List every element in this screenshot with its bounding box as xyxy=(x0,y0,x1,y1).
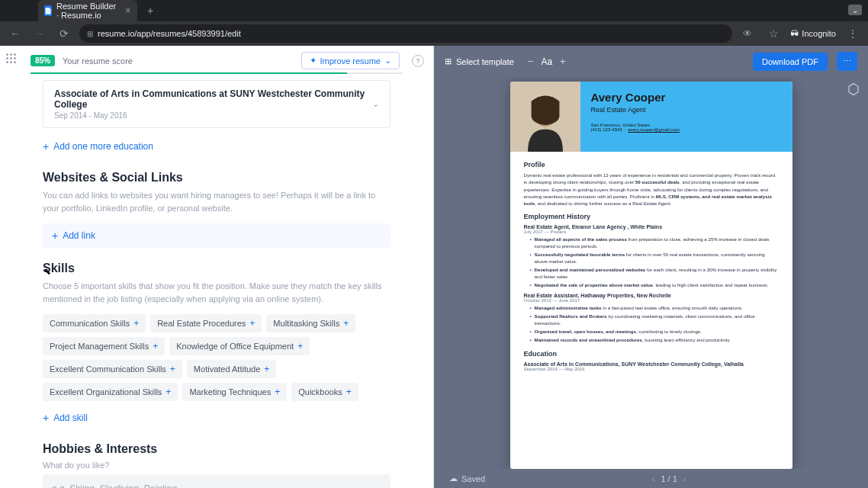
plus-icon: + xyxy=(249,318,255,329)
plus-icon: + xyxy=(343,318,349,329)
add-link-button[interactable]: + Add link xyxy=(43,223,391,248)
skills-section-title: Skills xyxy=(43,262,391,275)
plus-icon: + xyxy=(275,387,280,397)
add-education-button[interactable]: + Add one more education xyxy=(43,136,391,157)
forward-button[interactable]: → xyxy=(31,24,49,43)
job-bullet: Organized travel, open houses, and meeti… xyxy=(530,329,779,336)
skill-chip[interactable]: Quickbooks+ xyxy=(291,383,358,401)
profile-heading: Profile xyxy=(524,161,779,169)
back-button[interactable]: ← xyxy=(6,24,24,43)
skill-chip[interactable]: Knowledge of Office Equipment+ xyxy=(169,337,310,355)
address-bar[interactable]: ⊞ resume.io/app/resumes/45893991/edit xyxy=(79,24,732,43)
browser-menu-icon[interactable]: ⋮ xyxy=(844,24,862,43)
chevron-down-icon[interactable]: ⌄ xyxy=(372,99,379,109)
resume-name: Avery Cooper xyxy=(591,91,782,104)
resume-contact: San Francisco, United States (415) 123-4… xyxy=(591,123,782,132)
help-icon[interactable]: ? xyxy=(412,55,424,67)
score-progress xyxy=(31,72,403,74)
skill-chip[interactable]: Real Estate Procedures+ xyxy=(150,314,262,332)
score-label: Your resume score xyxy=(63,56,133,66)
page-indicator: 1 / 1 xyxy=(661,474,677,483)
skill-chip[interactable]: Excellent Communication Skills+ xyxy=(43,360,182,378)
skill-chip[interactable]: Communication Skills+ xyxy=(43,314,146,332)
hex-icon[interactable] xyxy=(847,82,860,96)
bookmark-icon[interactable]: ☆ xyxy=(764,24,783,43)
skill-chip[interactable]: Excellent Organizational Skills+ xyxy=(43,383,178,401)
cloud-icon: ☁ xyxy=(449,474,458,483)
job-bullet: Managed administrative tasks in a fast-p… xyxy=(530,305,779,312)
zoom-in-button[interactable]: + xyxy=(560,56,566,67)
plus-icon: + xyxy=(264,364,269,374)
websites-section-desc: You can add links to websites you want h… xyxy=(43,189,391,214)
resume-role: Real Estate Agent xyxy=(591,106,782,114)
hobbies-hint: What do you like? xyxy=(43,461,391,470)
plus-icon: + xyxy=(43,412,49,424)
employment-heading: Employment History xyxy=(524,213,779,220)
education-card[interactable]: Associate of Arts in Communications at S… xyxy=(43,80,391,128)
hobbies-section-title: Hobbies & Interests xyxy=(43,442,391,456)
prev-page-button[interactable]: ‹ xyxy=(652,474,655,483)
window-caret[interactable]: ⌄ xyxy=(848,5,862,15)
improve-resume-button[interactable]: ✦ Improve resume ⌄ xyxy=(301,52,400,69)
education-title: Associate of Arts in Communications at S… xyxy=(54,88,372,110)
job-bullet: Managed all aspects of the sales process… xyxy=(530,236,779,250)
text-size-icon: Aa xyxy=(541,56,552,67)
more-options-button[interactable]: ⋯ xyxy=(837,52,857,71)
job-bullet: Negotiated the sale of properties above … xyxy=(530,282,779,289)
grid-icon: ⊞ xyxy=(445,56,452,66)
education-dates: Sep 2014 - May 2016 xyxy=(54,111,372,120)
job-dates: July 2017 — Present xyxy=(524,230,779,234)
eye-icon[interactable]: 👁 xyxy=(738,24,757,43)
plus-icon: + xyxy=(297,341,303,352)
incognito-badge: 🕶 Incognito xyxy=(790,29,836,38)
add-skill-button[interactable]: + Add skill xyxy=(43,407,391,429)
education-heading: Education xyxy=(524,350,779,358)
hobbies-input[interactable]: e.g. Skiing, Skydiving, Painting xyxy=(43,474,391,488)
job-bullets: Managed all aspects of the sales process… xyxy=(524,236,779,289)
education-item-dates: September 2014 — May 2016 xyxy=(524,367,779,371)
resume-photo xyxy=(510,82,580,152)
sparkle-icon: ✦ xyxy=(310,56,317,66)
job-bullets: Managed administrative tasks in a fast-p… xyxy=(524,305,779,344)
incognito-icon: 🕶 xyxy=(790,29,799,38)
websites-section-title: Websites & Social Links xyxy=(43,171,391,185)
job-bullet: Developed and maintained personalized we… xyxy=(530,267,779,281)
score-pill: 85% xyxy=(31,55,55,66)
new-tab-button[interactable]: + xyxy=(142,2,159,19)
job-bullet: Successfully negotiated favorable terms … xyxy=(530,252,779,265)
saved-status: ☁ Saved xyxy=(449,474,485,483)
browser-tab[interactable]: 📄 Resume Builder · Resume.io × xyxy=(38,0,137,21)
chevron-down-icon: ⌄ xyxy=(384,56,391,66)
reload-button[interactable]: ⟳ xyxy=(55,24,73,43)
site-info-icon[interactable]: ⊞ xyxy=(87,30,93,38)
job-title: Real Estate Agent, Eleanor Lane Agency ,… xyxy=(524,224,779,230)
download-pdf-button[interactable]: Download PDF xyxy=(753,53,828,71)
job-dates: October 2012 — June 2017 xyxy=(524,298,779,303)
select-template-button[interactable]: ⊞ Select template xyxy=(445,56,514,66)
zoom-out-button[interactable]: − xyxy=(528,56,534,67)
plus-icon: + xyxy=(153,341,158,352)
pager: ‹ 1 / 1 › xyxy=(652,474,686,483)
plus-icon: + xyxy=(346,387,352,397)
next-page-button[interactable]: › xyxy=(683,474,686,483)
plus-icon: + xyxy=(166,387,171,397)
favicon-icon: 📄 xyxy=(44,5,52,16)
plus-icon: + xyxy=(133,318,139,329)
resume-preview: Avery Cooper Real Estate Agent San Franc… xyxy=(510,82,792,469)
job-bullet: Supported Realtors and Brokers by coordi… xyxy=(530,313,779,327)
skill-chip[interactable]: Project Management Skills+ xyxy=(43,337,165,355)
close-tab-icon[interactable]: × xyxy=(125,5,131,16)
plus-icon: + xyxy=(43,140,49,152)
plus-icon: + xyxy=(52,230,58,242)
education-item: Associate of Arts in Communications, SUN… xyxy=(524,361,779,367)
skill-chip[interactable]: Marketing Techniques+ xyxy=(182,383,287,401)
skill-chip[interactable]: Multitasking Skills+ xyxy=(266,314,355,332)
skill-chip[interactable]: Motivated Attitude+ xyxy=(187,360,276,378)
plus-icon: + xyxy=(170,364,175,374)
tab-title: Resume Builder · Resume.io xyxy=(56,2,121,20)
job-bullet: Maintained records and streamlined proce… xyxy=(530,337,779,344)
url-text: resume.io/app/resumes/45893991/edit xyxy=(98,29,241,38)
job-title: Real Estate Assistant, Hathaway Properti… xyxy=(524,293,779,298)
skills-section-desc: Choose 5 important skills that show you … xyxy=(43,280,391,305)
app-menu-grip-icon[interactable] xyxy=(6,53,16,63)
